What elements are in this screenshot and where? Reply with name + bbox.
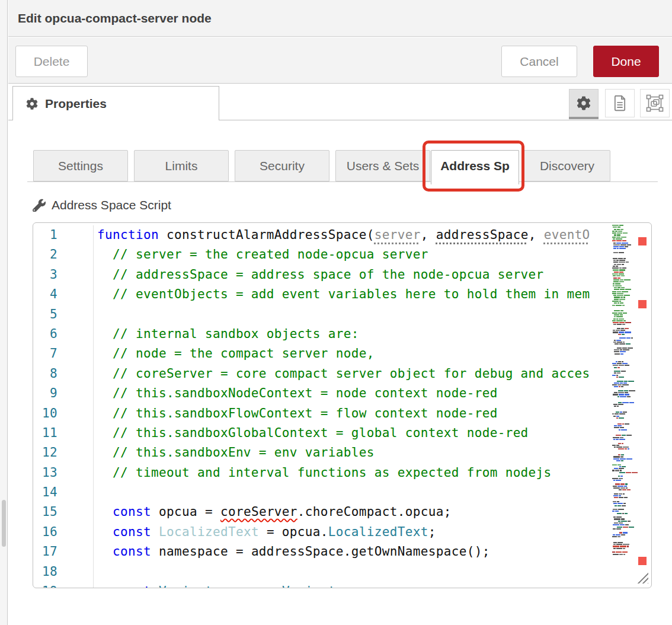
tab-discovery[interactable]: Discovery xyxy=(524,150,610,181)
tab-limits[interactable]: Limits xyxy=(134,150,229,181)
code-line: 18 xyxy=(33,562,599,582)
tab-security[interactable]: Security xyxy=(235,150,329,181)
section-label: Address Space Script xyxy=(52,198,171,212)
tab-settings[interactable]: Settings xyxy=(33,150,128,181)
cancel-button[interactable]: Cancel xyxy=(501,46,577,77)
code-line: 11 // this.sandboxGlobalContext = global… xyxy=(33,423,599,443)
code-lines: 1function constructAlarmAddressSpace(ser… xyxy=(33,225,599,588)
tab-properties[interactable]: Properties xyxy=(12,86,219,120)
sub-tabs-divider xyxy=(27,181,658,182)
gear-icon xyxy=(577,96,591,110)
code-line: 3 // addressSpace = address space of the… xyxy=(33,265,599,285)
code-line: 2 // server = the created node-opcua ser… xyxy=(33,245,599,264)
code-line: 12 // this.sandboxEnv = env variables xyxy=(33,443,599,463)
properties-view-button[interactable] xyxy=(569,89,599,117)
description-view-button[interactable] xyxy=(605,89,635,117)
code-line: 13 // timeout and interval functions as … xyxy=(33,463,599,483)
wrench-icon xyxy=(33,199,46,212)
code-line: 5 xyxy=(33,305,599,324)
appearance-view-button[interactable] xyxy=(640,89,670,117)
code-line: 9 // this.sandboxNodeContext = node cont… xyxy=(33,384,599,403)
error-marker xyxy=(638,300,647,308)
edit-node-dialog: Edit opcua-compact-server node Delete Ca… xyxy=(8,0,672,625)
delete-button[interactable]: Delete xyxy=(15,46,88,77)
editor-tab-row: Properties xyxy=(8,84,672,120)
tab-properties-label: Properties xyxy=(45,97,107,111)
code-line: 14 xyxy=(33,483,599,502)
error-marker xyxy=(638,237,647,245)
tab-address-sp[interactable]: Address Sp xyxy=(431,150,519,184)
code-line: 15 const opcua = coreServer.choreCompact… xyxy=(33,502,599,522)
appearance-icon xyxy=(646,94,664,112)
dialog-button-row: Delete Cancel Done xyxy=(8,37,672,84)
code-editor[interactable]: 1function constructAlarmAddressSpace(ser… xyxy=(33,222,652,588)
minimap[interactable] xyxy=(612,225,632,563)
description-icon xyxy=(612,95,628,111)
code-line: 10 // this.sandboxFlowContext = flow con… xyxy=(33,404,599,423)
error-marker xyxy=(638,557,647,565)
gear-icon xyxy=(26,98,38,110)
node-sub-tabs: SettingsLimitsSecurityUsers & SetsAddres… xyxy=(8,120,672,197)
code-line: 16 const LocalizedText = opcua.Localized… xyxy=(33,522,599,542)
dialog-title: Edit opcua-compact-server node xyxy=(18,0,212,37)
code-line: 4 // eventObjects = add event variables … xyxy=(33,285,599,304)
code-line: 19 const Variant = opcua.Variant; xyxy=(33,582,599,588)
code-line: 1function constructAlarmAddressSpace(ser… xyxy=(33,225,599,245)
section-header: Address Space Script xyxy=(33,198,171,212)
code-line: 7 // node = the compact server node, xyxy=(33,344,599,363)
resize-grip[interactable] xyxy=(635,570,648,583)
code-line: 17 const namespace = addressSpace.getOwn… xyxy=(33,542,599,562)
done-button[interactable]: Done xyxy=(593,46,659,77)
node-red-edit-dialog: Edit opcua-compact-server node Delete Ca… xyxy=(0,0,672,625)
page-scrollbar[interactable] xyxy=(0,0,8,625)
page-scrollbar-thumb[interactable] xyxy=(2,500,6,547)
code-line: 8 // coreServer = core compact server ob… xyxy=(33,364,599,384)
tab-users-sets[interactable]: Users & Sets xyxy=(335,150,430,181)
code-line: 6 // internal sandbox objects are: xyxy=(33,324,599,344)
dialog-header: Edit opcua-compact-server node xyxy=(8,0,672,37)
